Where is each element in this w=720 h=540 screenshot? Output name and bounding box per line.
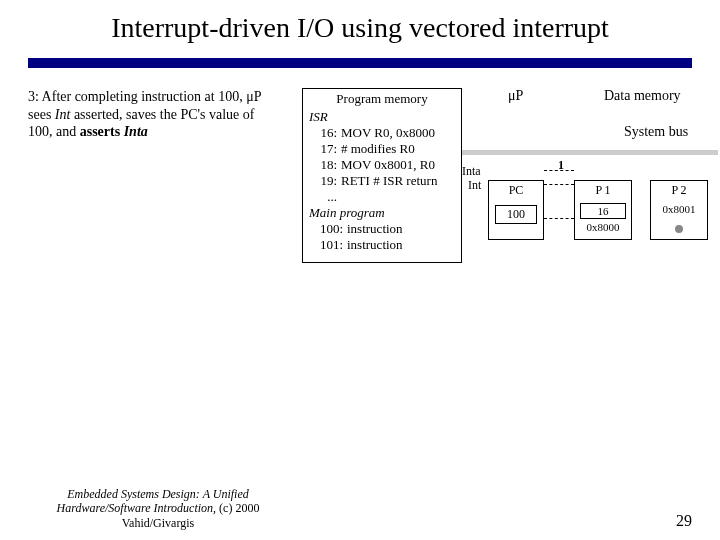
isr-label: ISR — [309, 109, 455, 125]
system-bus-label: System bus — [624, 124, 688, 140]
step-description: 3: After completing instruction at 100, … — [28, 88, 278, 141]
isr-row: 19:RETI # ISR return — [309, 173, 455, 189]
int-signal-label: Int — [468, 178, 481, 193]
data-wire — [544, 218, 574, 219]
isr-row: 18:MOV 0x8001, R0 — [309, 157, 455, 173]
main-label: Main program — [309, 205, 455, 221]
int-wire — [544, 184, 574, 185]
slide-footer: Embedded Systems Design: A Unified Hardw… — [28, 487, 692, 530]
isr-row: ... — [309, 189, 455, 205]
peripheral-1-box: P 1 16 0x8000 — [574, 180, 632, 240]
main-row: 100:instruction — [309, 221, 455, 237]
p1-name: P 1 — [575, 183, 631, 198]
slide-title: Interrupt-driven I/O using vectored inte… — [28, 12, 692, 44]
footer-source: Embedded Systems Design: A Unified Hardw… — [28, 487, 288, 530]
pc-label: PC — [489, 183, 543, 198]
p1-vector-reg: 16 — [580, 203, 626, 219]
isr-row: 17:# modifies R0 — [309, 141, 455, 157]
inta-signal-label: Inta — [462, 164, 481, 179]
main-row: 101:instruction — [309, 237, 455, 253]
p2-data-dot-icon — [675, 225, 683, 233]
cpu-box: PC 100 — [488, 180, 544, 240]
data-memory-label: Data memory — [604, 88, 681, 104]
pc-value: 100 — [495, 205, 537, 224]
microprocessor-label: μP — [508, 88, 523, 104]
title-rule — [28, 58, 692, 68]
inta-wire — [544, 170, 574, 171]
program-memory-header: Program memory — [309, 91, 455, 107]
peripheral-2-box: P 2 0x8001 — [650, 180, 708, 240]
diagram-area: 3: After completing instruction at 100, … — [28, 88, 692, 418]
isr-row: 16:MOV R0, 0x8000 — [309, 125, 455, 141]
p2-name: P 2 — [651, 183, 707, 198]
p1-address: 0x8000 — [580, 221, 626, 233]
system-bus-line — [462, 150, 718, 155]
page-number: 29 — [676, 512, 692, 530]
p2-address: 0x8001 — [656, 203, 702, 215]
program-memory-box: Program memory ISR 16:MOV R0, 0x8000 17:… — [302, 88, 462, 263]
